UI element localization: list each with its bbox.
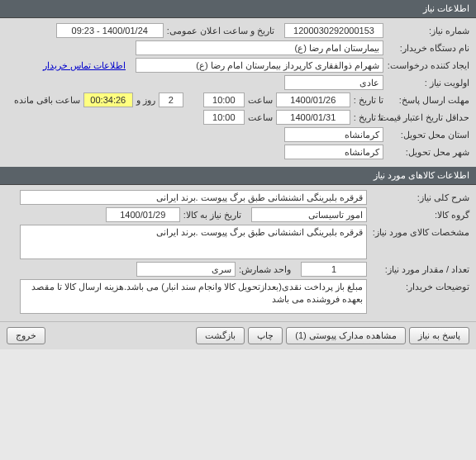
public-announce-value: 1400/01/24 - 09:23 (56, 23, 164, 38)
to-date-label-2: تا تاریخ : (354, 112, 383, 123)
row-buyer: نام دستگاه خریدار: بیمارستان امام رضا (ع… (7, 40, 469, 55)
public-announce-label: تاریخ و ساعت اعلان عمومی: (167, 26, 274, 36)
to-date-label: تا تاریخ : (354, 95, 383, 106)
unit-value: سری (136, 262, 236, 277)
attachments-button[interactable]: مشاهده مدارک پیوستی (1) (286, 327, 406, 344)
deadline-label: مهلت ارسال پاسخ: (387, 95, 469, 106)
button-bar: پاسخ به نیاز مشاهده مدارک پیوستی (1) چاپ… (0, 321, 476, 349)
qty-label: تعداد / مقدار مورد نیاز: (370, 264, 469, 275)
time-label-2: ساعت (248, 112, 273, 123)
row-delivery-province: استان محل تحویل: کرمانشاه (7, 127, 469, 142)
back-button[interactable]: بازگشت (196, 327, 245, 344)
qty-value: 1 (301, 262, 367, 277)
notes-label: توضیحات خریدار: (370, 279, 469, 292)
exit-button[interactable]: خروج (7, 327, 45, 344)
priority-value: عادی (284, 75, 383, 90)
remaining-label: ساعت باقی مانده (14, 95, 80, 106)
row-deadline: مهلت ارسال پاسخ: تا تاریخ : 1400/01/26 س… (7, 92, 469, 107)
group-label: گروه کالا: (370, 210, 469, 221)
countdown-value: 00:34:26 (83, 92, 133, 107)
spec-label: مشخصات کالای مورد نیاز: (370, 225, 469, 238)
section2-title: اطلاعات کالاهای مورد نیاز (374, 170, 469, 180)
days-label: روز و (136, 95, 155, 106)
validity-time-value: 10:00 (203, 110, 245, 125)
group-value: امور تاسیساتی (251, 207, 367, 222)
row-group: گروه کالا: امور تاسیساتی تاریخ نیاز به ک… (7, 207, 469, 222)
row-notes: توضیحات خریدار: (7, 279, 469, 314)
priority-label: اولویت نیاز : (387, 78, 469, 88)
buyer-label: نام دستگاه خریدار: (387, 43, 469, 54)
need-number-value: 1200030292000153 (284, 23, 383, 38)
row-spec: مشخصات کالای مورد نیاز: (7, 225, 469, 259)
contact-link[interactable]: اطلاعات تماس خریدار (43, 60, 126, 71)
row-creator: ایجاد کننده درخواست: شهرام ذوالفقاری کار… (7, 58, 469, 73)
notes-value (20, 279, 367, 314)
row-priority: اولویت نیاز : عادی (7, 75, 469, 90)
row-need-number: شماره نیاز: 1200030292000153 تاریخ و ساع… (7, 23, 469, 38)
buyer-value: بیمارستان امام رضا (ع) (136, 40, 383, 55)
row-delivery-city: شهر محل تحویل: کرمانشاه (7, 145, 469, 159)
section2-header: اطلاعات کالاهای مورد نیاز (0, 167, 476, 185)
need-date-value: 1400/01/29 (106, 207, 180, 222)
unit-label: واحد شمارش: (239, 264, 291, 275)
deadline-time-value: 10:00 (203, 92, 245, 107)
reply-button[interactable]: پاسخ به نیاز (409, 327, 469, 344)
delivery-city-value: کرمانشاه (284, 145, 383, 159)
need-number-label: شماره نیاز: (387, 26, 469, 36)
section1-title: اطلاعات نیاز (423, 3, 469, 13)
row-validity: حداقل تاریخ اعتبار قیمت: تا تاریخ : 1400… (7, 110, 469, 125)
days-value: 2 (159, 92, 183, 107)
deadline-date-value: 1400/01/26 (276, 92, 350, 107)
row-qty: تعداد / مقدار مورد نیاز: 1 واحد شمارش: س… (7, 262, 469, 277)
time-label-1: ساعت (248, 95, 273, 106)
row-desc: شرح کلی نیاز: قرقره بلبرینگی انشنشانی طب… (7, 190, 469, 205)
section2-body: شرح کلی نیاز: قرقره بلبرینگی انشنشانی طب… (0, 185, 476, 321)
section1-body: شماره نیاز: 1200030292000153 تاریخ و ساع… (0, 18, 476, 167)
validity-label: حداقل تاریخ اعتبار قیمت: (387, 112, 469, 123)
creator-label: ایجاد کننده درخواست: (387, 60, 469, 71)
delivery-province-label: استان محل تحویل: (387, 130, 469, 140)
delivery-city-label: شهر محل تحویل: (387, 147, 469, 158)
spec-value (20, 225, 367, 259)
validity-date-value: 1400/01/31 (276, 110, 350, 125)
creator-value: شهرام ذوالفقاری کارپرداز بیمارستان امام … (136, 58, 383, 73)
delivery-province-value: کرمانشاه (284, 127, 383, 142)
print-button[interactable]: چاپ (248, 327, 283, 344)
desc-value: قرقره بلبرینگی انشنشانی طبق برگ پیوست .ب… (20, 190, 367, 205)
need-date-label: تاریخ نیاز به کالا: (183, 210, 241, 221)
desc-label: شرح کلی نیاز: (370, 192, 469, 203)
section1-header: اطلاعات نیاز (0, 0, 476, 18)
